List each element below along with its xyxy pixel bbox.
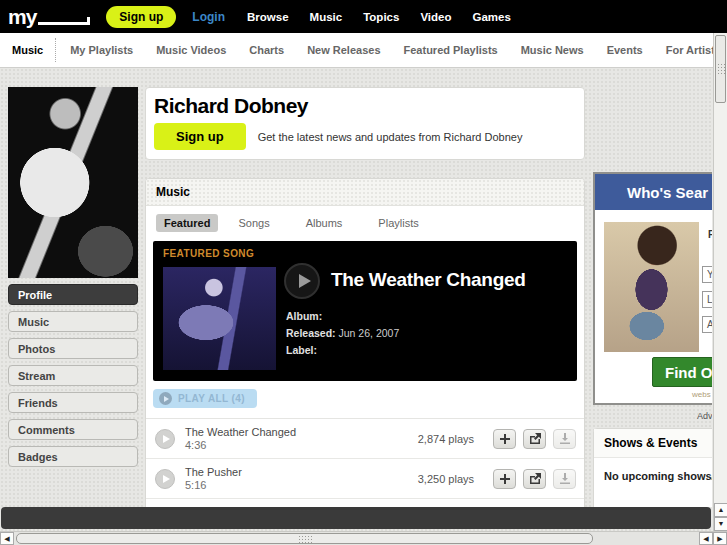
logo-text: my <box>8 7 36 27</box>
top-link-topics[interactable]: Topics <box>363 11 399 23</box>
featured-play-button[interactable] <box>284 263 320 299</box>
scrollbar-grip <box>298 535 312 543</box>
featured-song-artwork <box>163 267 276 370</box>
signup-button-top[interactable]: Sign up <box>106 6 176 28</box>
sidebar-item-friends[interactable]: Friends <box>8 392 138 413</box>
download-button[interactable] <box>553 429 576 449</box>
released-label: Released: <box>286 327 336 339</box>
top-link-music[interactable]: Music <box>310 11 343 23</box>
sidebar-item-stream[interactable]: Stream <box>8 365 138 386</box>
tab-playlists[interactable]: Playlists <box>370 214 426 232</box>
sidebar-item-profile[interactable]: Profile <box>8 284 138 305</box>
ad-input-field[interactable]: Yo <box>702 266 712 283</box>
vertical-scrollbar-thumb[interactable] <box>715 35 726 103</box>
song-info: The Pusher 5:16 <box>185 466 418 491</box>
label-label: Label: <box>286 344 317 356</box>
tab-albums[interactable]: Albums <box>298 214 351 232</box>
featured-song-badge: FEATURED SONG <box>163 248 254 259</box>
horizontal-scrollbar-thumb[interactable] <box>16 533 593 544</box>
song-title[interactable]: The Weather Changed <box>185 426 418 438</box>
sidebar-item-music[interactable]: Music <box>8 311 138 332</box>
song-title[interactable]: The Pusher <box>185 466 418 478</box>
music-section: Music Featured Songs Albums Playlists FE… <box>145 178 585 511</box>
subnav-charts[interactable]: Charts <box>249 44 284 56</box>
share-button[interactable] <box>523 469 546 489</box>
download-button[interactable] <box>553 469 576 489</box>
add-to-playlist-button[interactable] <box>493 469 516 489</box>
play-all-button[interactable]: PLAY ALL (4) <box>153 389 257 408</box>
sidebar-item-photos[interactable]: Photos <box>8 338 138 359</box>
subnav-new-releases[interactable]: New Releases <box>307 44 380 56</box>
song-play-button[interactable] <box>155 429 175 449</box>
signup-caption: Get the latest news and updates from Ric… <box>258 131 523 143</box>
ad-footnote: webs <box>692 390 711 399</box>
song-row: The Weather Changed 4:36 2,874 plays <box>146 419 584 459</box>
ad-input-field[interactable]: Ag <box>702 316 712 333</box>
ad-input-field[interactable]: La <box>702 291 712 308</box>
top-link-browse[interactable]: Browse <box>247 11 289 23</box>
advertisement-panel[interactable]: Who's Sear F Yo La Ag Find Ou webs <box>593 172 712 405</box>
ad-headline: Who's Sear <box>595 174 712 210</box>
featured-label-line: Label: <box>286 342 399 359</box>
vertical-scrollbar[interactable]: ▲ ▼ <box>713 33 727 531</box>
share-icon <box>529 433 541 444</box>
top-navigation-bar: my Sign up Login Browse Music Topics Vid… <box>0 0 727 33</box>
advertisement-caption: Adv <box>697 411 712 421</box>
scroll-left-button[interactable]: ◀ <box>0 532 14 545</box>
featured-released-line: Released: Jun 26, 2007 <box>286 325 399 342</box>
tab-featured[interactable]: Featured <box>156 214 218 232</box>
top-links: Browse Music Topics Video Games <box>247 11 511 23</box>
right-column: Who's Sear F Yo La Ag Find Ou webs Adv S… <box>593 172 712 507</box>
song-info: The Weather Changed 4:36 <box>185 426 418 451</box>
signup-button-artist[interactable]: Sign up <box>154 123 246 150</box>
add-to-playlist-button[interactable] <box>493 429 516 449</box>
subnav-music-videos[interactable]: Music Videos <box>156 44 226 56</box>
plus-icon <box>500 434 510 444</box>
login-link[interactable]: Login <box>192 10 225 24</box>
artist-profile-photo <box>8 87 138 278</box>
download-icon <box>560 433 570 444</box>
scrollbar-grip <box>717 63 725 75</box>
scroll-up-button[interactable]: ▲ <box>714 503 727 517</box>
logo-underscore <box>38 22 90 25</box>
main-content: Richard Dobney Sign up Get the latest ne… <box>145 87 585 511</box>
shows-events-empty-text: No upcoming shows/e <box>594 458 712 494</box>
subnav-my-playlists[interactable]: My Playlists <box>70 44 133 56</box>
top-link-games[interactable]: Games <box>472 11 510 23</box>
song-play-button[interactable] <box>155 469 175 489</box>
featured-album-line: Album: <box>286 308 399 325</box>
scroll-right-button[interactable]: ▶ <box>713 532 727 545</box>
subnav-music[interactable]: Music <box>12 44 43 56</box>
song-row: The Pusher 5:16 3,250 plays <box>146 459 584 499</box>
scroll-down-button[interactable]: ▼ <box>714 517 727 531</box>
player-bar[interactable] <box>1 507 711 529</box>
music-subnav: Music My Playlists Music Videos Charts N… <box>0 33 713 68</box>
song-duration: 4:36 <box>185 439 418 451</box>
song-play-count: 2,874 plays <box>418 433 474 445</box>
featured-song-meta: Album: Released: Jun 26, 2007 Label: <box>286 308 399 359</box>
myspace-logo[interactable]: my <box>8 7 90 27</box>
music-section-title: Music <box>146 179 584 206</box>
plus-icon <box>500 474 510 484</box>
tab-songs[interactable]: Songs <box>230 214 277 232</box>
sidebar-item-comments[interactable]: Comments <box>8 419 138 440</box>
horizontal-scrollbar[interactable]: ◀ ◀ ▶ <box>0 531 727 545</box>
subnav-for-artists[interactable]: For Artists <box>666 44 713 56</box>
play-all-label: PLAY ALL (4) <box>178 393 245 404</box>
ad-form-label: F <box>708 229 712 240</box>
share-icon <box>529 473 541 484</box>
album-label: Album: <box>286 310 322 322</box>
ad-photo <box>604 222 699 352</box>
scroll-left-button-secondary[interactable]: ◀ <box>699 532 713 545</box>
find-out-button[interactable]: Find Ou <box>652 357 712 387</box>
subnav-featured-playlists[interactable]: Featured Playlists <box>404 44 498 56</box>
shows-events-title: Shows & Events <box>594 429 712 458</box>
browser-viewport: my Sign up Login Browse Music Topics Vid… <box>0 0 727 545</box>
top-link-video[interactable]: Video <box>420 11 451 23</box>
share-button[interactable] <box>523 429 546 449</box>
sidebar-item-badges[interactable]: Badges <box>8 446 138 467</box>
subnav-events[interactable]: Events <box>607 44 643 56</box>
subnav-music-news[interactable]: Music News <box>521 44 584 56</box>
featured-song-title: The Weather Changed <box>331 269 526 291</box>
music-tabs: Featured Songs Albums Playlists <box>146 206 584 241</box>
